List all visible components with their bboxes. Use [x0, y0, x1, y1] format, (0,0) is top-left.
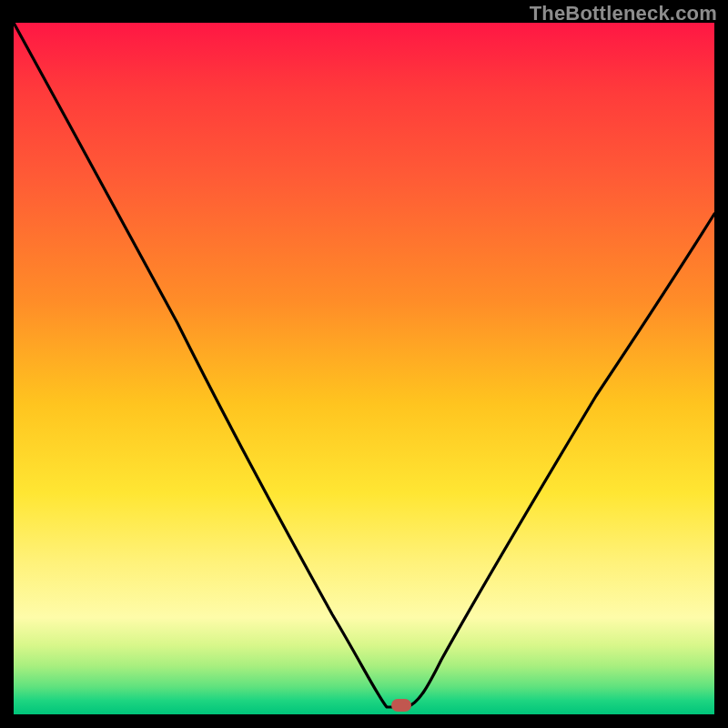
plot-area	[14, 23, 714, 714]
chart-frame: TheBottleneck.com	[0, 0, 728, 728]
curve-right-branch	[407, 214, 714, 707]
curve-left-branch	[14, 23, 407, 707]
bottleneck-curve	[14, 23, 714, 714]
min-marker	[391, 699, 411, 712]
